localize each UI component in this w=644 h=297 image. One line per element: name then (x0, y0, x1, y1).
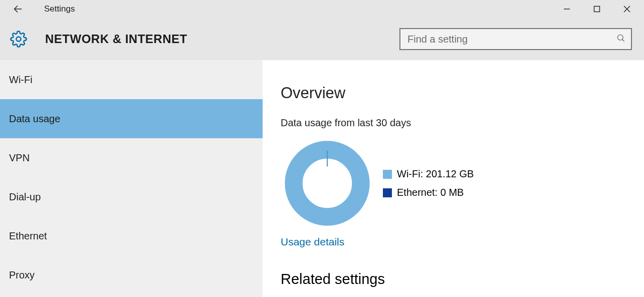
overview-heading: Overview (281, 84, 644, 102)
page-title: NETWORK & INTERNET (45, 32, 187, 46)
usage-period-text: Data usage from last 30 days (281, 117, 644, 129)
window-title: Settings (44, 4, 75, 14)
svg-point-6 (617, 35, 623, 40)
window-controls (552, 0, 642, 18)
settings-gear-icon (9, 30, 28, 49)
titlebar: Settings (0, 0, 644, 18)
sidebar-item-label: Wi-Fi (9, 74, 33, 86)
sidebar: Wi-Fi Data usage VPN Dial-up Ethernet Pr… (0, 60, 263, 297)
sidebar-item-label: Data usage (9, 113, 60, 125)
search-input[interactable] (407, 34, 616, 45)
back-arrow-icon (13, 4, 24, 15)
legend-row-wifi: Wi-Fi: 201.12 GB (383, 168, 474, 180)
svg-line-7 (622, 40, 624, 42)
sidebar-item-vpn[interactable]: VPN (0, 138, 263, 177)
sidebar-item-label: Proxy (9, 269, 35, 281)
usage-chart-row: Wi-Fi: 201.12 GB Ethernet: 0 MB (281, 137, 644, 230)
sidebar-item-ethernet[interactable]: Ethernet (0, 216, 263, 255)
close-icon (623, 6, 630, 13)
search-icon (616, 33, 626, 45)
maximize-button[interactable] (582, 0, 612, 18)
legend-ethernet-label: Ethernet: 0 MB (397, 187, 464, 198)
sidebar-item-dialup[interactable]: Dial-up (0, 177, 263, 216)
legend-row-ethernet: Ethernet: 0 MB (383, 187, 474, 198)
legend-wifi-label: Wi-Fi: 201.12 GB (397, 168, 474, 180)
minimize-button[interactable] (552, 0, 582, 18)
related-settings-heading: Related settings (281, 271, 644, 287)
search-box[interactable] (399, 28, 632, 50)
content-area: Wi-Fi Data usage VPN Dial-up Ethernet Pr… (0, 60, 644, 297)
back-button[interactable] (9, 0, 27, 18)
minimize-icon (563, 6, 570, 13)
svg-rect-2 (594, 7, 600, 12)
sidebar-item-proxy[interactable]: Proxy (0, 255, 263, 294)
sidebar-item-wifi[interactable]: Wi-Fi (0, 60, 263, 99)
swatch-ethernet (383, 188, 392, 197)
header: NETWORK & INTERNET (0, 18, 644, 60)
data-usage-donut-chart (281, 137, 374, 230)
swatch-wifi (383, 170, 392, 179)
sidebar-item-data-usage[interactable]: Data usage (0, 99, 263, 138)
close-button[interactable] (612, 0, 642, 18)
usage-details-link[interactable]: Usage details (281, 236, 344, 248)
sidebar-item-label: Ethernet (9, 230, 47, 242)
sidebar-item-label: Dial-up (9, 191, 41, 203)
main-content: Overview Data usage from last 30 days Wi… (263, 60, 644, 297)
chart-legend: Wi-Fi: 201.12 GB Ethernet: 0 MB (383, 161, 474, 205)
maximize-icon (593, 6, 600, 13)
sidebar-item-label: VPN (9, 152, 30, 164)
svg-point-5 (16, 37, 21, 41)
